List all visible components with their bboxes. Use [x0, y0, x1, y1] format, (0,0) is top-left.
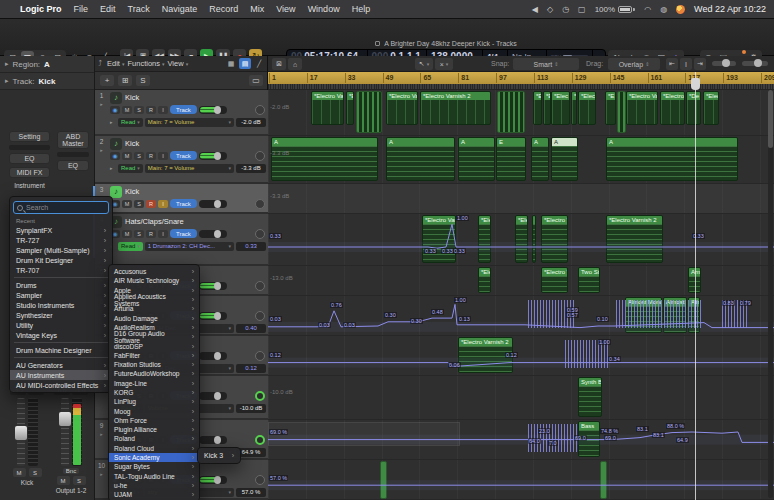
menu-item-synthesizer[interactable]: Synthesizer› — [10, 310, 112, 320]
track-mute-button[interactable]: M — [122, 200, 132, 208]
search-input[interactable] — [26, 204, 106, 211]
region-a[interactable]: A — [386, 137, 455, 181]
volume-fader[interactable] — [17, 398, 25, 466]
scrollbar-thumb[interactable] — [768, 90, 773, 148]
display-icon[interactable]: ▢ — [578, 5, 586, 14]
track-header-2[interactable]: 2▸♪Kick◉MSRITrack▸Read▾Main: 7 = Volume▾… — [95, 136, 268, 184]
menubar-item-file[interactable]: File — [74, 4, 89, 14]
browser-app-icon[interactable] — [676, 5, 685, 14]
menubar-item-record[interactable]: Record — [209, 4, 238, 14]
track-pan-knob[interactable] — [255, 311, 265, 321]
midi-fx-slot[interactable]: MIDI FX — [9, 167, 50, 178]
region-[interactable]: * — [571, 91, 577, 125]
menu-item-u-he[interactable]: u-he› — [109, 481, 199, 490]
playhead[interactable] — [695, 72, 696, 500]
bluetooth-icon[interactable]: ◇ — [547, 5, 553, 14]
vertical-scrollbar[interactable] — [768, 90, 773, 498]
menu-item-utility[interactable]: Utility› — [10, 320, 112, 330]
menu-item-korg[interactable]: KORG› — [109, 388, 199, 397]
menu-item-tal-togu-audio-line[interactable]: TAL-Togu Audio Line› — [109, 472, 199, 481]
region-electro-varnish-2[interactable]: *Electro Varnish 2 — [606, 215, 663, 263]
region-inspector-header[interactable]: ▸ Region: A — [0, 56, 94, 73]
automation-value[interactable]: 0.33 — [236, 242, 266, 251]
marquee-icon[interactable]: ⊠ — [272, 58, 286, 70]
text-tool-icon[interactable]: I — [680, 58, 692, 70]
region-de[interactable]: *De — [686, 91, 701, 125]
track-pan-knob[interactable] — [255, 229, 265, 239]
track-input-monitor-button[interactable]: I — [158, 200, 168, 208]
track-pan-knob[interactable] — [255, 105, 265, 115]
global-solo-button[interactable]: S — [136, 75, 150, 86]
menu-item-tr-707[interactable]: TR-707› — [10, 265, 112, 275]
clock-icon[interactable]: ◷ — [562, 5, 569, 14]
region-elec[interactable]: *Elec — [515, 215, 528, 263]
track-name[interactable]: Hats/Claps/Snare — [125, 217, 184, 226]
track-input-monitor-button[interactable]: I — [158, 152, 168, 160]
menu-item-sonic-academy[interactable]: Sonic Academy› — [109, 453, 199, 462]
menu-item-studio-instruments[interactable]: Studio Instruments› — [10, 300, 112, 310]
arrange-lane-3[interactable] — [268, 184, 774, 214]
track-solo-button[interactable]: S — [134, 200, 144, 208]
nudge-right-icon[interactable]: ⇥ — [694, 58, 706, 70]
region-a[interactable]: A — [271, 137, 378, 181]
menu-item-linplug[interactable]: LinPlug› — [109, 397, 199, 406]
region-clip[interactable] — [617, 91, 626, 133]
menu-item-air-music-technology[interactable]: AIR Music Technology› — [109, 276, 199, 285]
menu-item-audio-damage[interactable]: Audio Damage› — [109, 313, 199, 322]
menubar-item-view[interactable]: View — [276, 4, 295, 14]
region-e[interactable]: *E — [543, 91, 551, 125]
region-a[interactable]: A — [606, 137, 738, 181]
automation-value[interactable]: -10.0 dB — [236, 404, 266, 413]
track-name[interactable]: Kick — [125, 139, 139, 148]
menu-item-vintage-keys[interactable]: Vintage Keys› — [10, 330, 112, 340]
duplicate-track-button[interactable]: ⊞ — [118, 75, 132, 86]
pencil-icon[interactable]: ╱ — [253, 58, 265, 69]
menubar-item-logic-pro[interactable]: Logic Pro — [20, 4, 62, 14]
menu-item-futureaudioworkshop[interactable]: FutureAudioWorkshop› — [109, 369, 199, 378]
region-electro-v[interactable]: *Electro V — [660, 91, 685, 125]
automation-value[interactable]: -3.3 dB — [236, 164, 266, 173]
plugin-search-field[interactable] — [13, 201, 109, 214]
menubar-item-help[interactable]: Help — [352, 4, 371, 14]
arrange-lane-7[interactable] — [268, 336, 774, 376]
track-input-monitor-button[interactable]: I — [158, 106, 168, 114]
track-input-monitor-button[interactable]: I — [158, 230, 168, 238]
menu-item-tr-727[interactable]: TR-727› — [10, 235, 112, 245]
menu-item-image-line[interactable]: Image-Line› — [109, 379, 199, 388]
region-elect[interactable]: *Elect — [703, 91, 719, 125]
region-e[interactable]: E — [496, 137, 526, 181]
track-pan-knob[interactable] — [255, 151, 265, 161]
track-automation-target[interactable]: Track — [170, 151, 197, 160]
menu-item-kick-3[interactable]: Kick 3› — [198, 450, 240, 461]
grid-icon[interactable]: ▦ — [225, 58, 237, 69]
master-eq-slot[interactable]: EQ — [57, 160, 89, 171]
menu-item-applied-acoustics-systems[interactable]: Applied Acoustics Systems› — [109, 295, 199, 304]
region-electro-varn[interactable]: *Electro Varn — [386, 91, 418, 125]
automation-icon[interactable]: ▤ — [239, 58, 251, 69]
track-record-enable-button[interactable]: R — [146, 106, 156, 114]
menu-item-fabfilter[interactable]: FabFilter› — [109, 351, 199, 360]
bounce-button[interactable]: Bnc — [63, 468, 79, 474]
track-pan-knob[interactable] — [255, 391, 265, 401]
track-pan-knob[interactable] — [255, 199, 265, 209]
catch-playhead-icon[interactable]: ⌂ — [288, 58, 302, 70]
menu-item-drum-kit-designer[interactable]: Drum Kit Designer› — [10, 255, 112, 265]
region-e[interactable]: *E — [533, 91, 542, 125]
region-elec[interactable]: *Elec — [478, 215, 491, 263]
track-record-enable-button[interactable]: R — [146, 152, 156, 160]
arrange-lane-10[interactable] — [268, 460, 774, 500]
mute-button[interactable]: M — [57, 476, 70, 485]
track-mute-button[interactable]: M — [122, 230, 132, 238]
menu-item-sampler[interactable]: Sampler› — [10, 290, 112, 300]
region-elec[interactable]: *Elec — [478, 267, 491, 293]
menu-item-drum-machine-designer[interactable]: Drum Machine Designer — [10, 345, 112, 355]
track-header-4[interactable]: 4▸♪Hats/Claps/Snare◉MSRITrack▸Read▾1 Dru… — [95, 214, 268, 266]
menu-item-sampler-multi-sample[interactable]: Sampler (Multi-Sample)› — [10, 245, 112, 255]
menu-item-accusonus[interactable]: Accusonus› — [109, 267, 199, 276]
track-pan-knob[interactable] — [255, 351, 265, 361]
menu-item-au-midi-controlled-effects[interactable]: AU MIDI-controlled Effects› — [10, 380, 112, 390]
track-header-config-icon[interactable]: ▭ — [249, 75, 263, 86]
region-electro-varnish-2[interactable]: *Electro Varnish 2 — [420, 91, 491, 125]
automation-value[interactable]: 57.0 % — [236, 488, 266, 497]
menubar-item-mix[interactable]: Mix — [250, 4, 264, 14]
